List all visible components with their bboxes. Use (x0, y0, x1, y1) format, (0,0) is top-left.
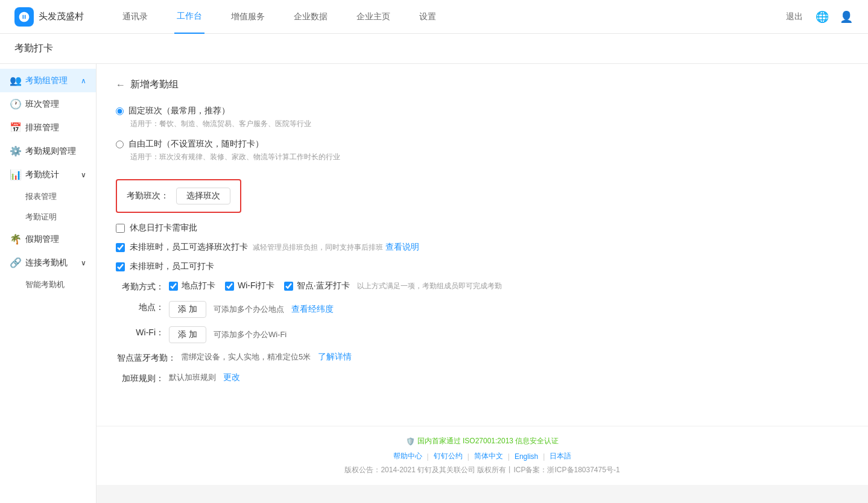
attendance-group-icon: 👥 (10, 75, 21, 86)
nav-value-added[interactable]: 增值服务 (229, 0, 267, 34)
checkbox-holiday-approval: 休息日打卡需审批 (116, 223, 849, 233)
overtime-link[interactable]: 更改 (223, 372, 240, 383)
sidebar-item-stats[interactable]: 📊 考勤统计 ∨ (0, 163, 96, 186)
shift-icon: 🕐 (10, 98, 21, 110)
footer-agreement-link[interactable]: 钉钉公约 (434, 451, 463, 461)
top-navigation: 头发茂盛村 通讯录 工作台 增值服务 企业数据 企业主页 设置 退出 🌐 👤 (0, 0, 868, 34)
attendance-mode-content: 地点打卡 Wi-Fi打卡 智点·蓝牙打卡 以上方式满足一项，考勤组成员即可完成考… (169, 280, 849, 291)
schedule-icon: 📅 (10, 122, 21, 133)
checkbox-no-schedule-link[interactable]: 查看说明 (385, 242, 419, 252)
nav-enterprise-data[interactable]: 企业数据 (291, 0, 330, 34)
sidebar: 👥 考勤组管理 ∧ 🕐 班次管理 📅 排班管理 ⚙️ 考勤规则管理 📊 考勤统计… (0, 64, 97, 503)
mode-row: 地点打卡 Wi-Fi打卡 智点·蓝牙打卡 (169, 280, 350, 291)
location-link[interactable]: 查看经纬度 (291, 304, 334, 315)
security-icon: 🛡️ (406, 437, 415, 446)
sidebar-item-schedule[interactable]: 📅 排班管理 (0, 116, 96, 139)
attendance-mode-row: 考勤方式： 地点打卡 Wi-Fi打卡 智点·蓝牙打卡 (116, 280, 849, 293)
nav-items: 通讯录 工作台 增值服务 企业数据 企业主页 设置 (120, 0, 784, 34)
sidebar-item-attendance-group[interactable]: 👥 考勤组管理 ∧ (0, 69, 96, 92)
back-button[interactable]: ← (116, 80, 125, 90)
radio-fixed-shift-section: 固定班次（最常用，推荐） 适用于：餐饮、制造、物流贸易、客户服务、医院等行业 (116, 106, 849, 129)
add-location-button[interactable]: 添 加 (169, 301, 206, 318)
sidebar-item-label: 假期管理 (25, 234, 59, 245)
mode-bluetooth: 智点·蓝牙打卡 (284, 280, 350, 291)
footer-chinese-link[interactable]: 简体中文 (474, 451, 503, 461)
radio-free-shift: 自由工时（不设置班次，随时打卡） (116, 139, 849, 150)
footer: 🛡️ 国内首家通过 ISO27001:2013 信息安全认证 帮助中心 | 钉钉… (97, 426, 868, 485)
checkbox-holiday-input[interactable] (116, 224, 125, 233)
mode-location-input[interactable] (169, 282, 178, 291)
mode-wifi-input[interactable] (225, 282, 234, 291)
machine-icon: 🔗 (10, 257, 21, 268)
checkbox-no-schedule-sub: 减轻管理员排班负担，同时支持事后排班 (253, 243, 383, 252)
add-wifi-button[interactable]: 添 加 (169, 326, 206, 343)
checkbox-no-schedule-shift-input[interactable] (116, 243, 125, 252)
page-title-bar: ← 新增考勤组 (116, 78, 849, 91)
mode-bluetooth-input[interactable] (284, 282, 293, 291)
sidebar-item-reports[interactable]: 报表管理 (25, 186, 96, 207)
app-logo (14, 7, 34, 27)
overtime-content: 默认加班规则 更改 (169, 372, 849, 383)
radio-free-shift-label: 自由工时（不设置班次，随时打卡） (128, 139, 264, 150)
sidebar-item-vacation[interactable]: 🌴 假期管理 (0, 227, 96, 251)
wifi-desc: 可添加多个办公Wi-Fi (214, 329, 287, 340)
sidebar-item-label: 排班管理 (25, 122, 59, 133)
sidebar-item-proof[interactable]: 考勤证明 (25, 207, 96, 227)
sidebar-item-smart-machine[interactable]: 智能考勤机 (25, 274, 96, 295)
sidebar-item-machine[interactable]: 🔗 连接考勤机 ∨ (0, 251, 96, 274)
sidebar-item-label: 考勤组管理 (25, 75, 68, 86)
checkbox-no-schedule-clock-input[interactable] (116, 262, 125, 271)
location-row: 地点： 添 加 可添加多个办公地点 查看经纬度 (116, 301, 849, 318)
mode-location-label: 地点打卡 (182, 280, 215, 291)
footer-english-link[interactable]: English (515, 452, 538, 461)
sidebar-item-label: 班次管理 (25, 99, 59, 110)
chevron-icon: ∧ (81, 77, 86, 85)
content-area: ← 新增考勤组 固定班次（最常用，推荐） 适用于：餐饮、制造、物流贸易、客户服务… (97, 64, 868, 426)
sidebar-item-label: 考勤统计 (25, 169, 59, 180)
footer-help-link[interactable]: 帮助中心 (393, 451, 422, 461)
bluetooth-label: 智点蓝牙考勤： (116, 352, 176, 364)
footer-security-text: 国内首家通过 ISO27001:2013 信息安全认证 (417, 436, 559, 446)
wifi-row: Wi-Fi： 添 加 可添加多个办公Wi-Fi (116, 326, 849, 343)
nav-workbench[interactable]: 工作台 (174, 0, 204, 34)
footer-japanese-link[interactable]: 日本語 (550, 451, 571, 461)
globe-icon[interactable]: 🌐 (815, 10, 829, 24)
nav-enterprise-home[interactable]: 企业主页 (354, 0, 393, 34)
location-desc: 可添加多个办公地点 (214, 304, 284, 315)
logo-area: 头发茂盛村 (14, 7, 84, 27)
bluetooth-desc: 需绑定设备，实人实地，精准定位5米 (181, 352, 311, 362)
overtime-row: 加班规则： 默认加班规则 更改 (116, 372, 849, 384)
main-layout: 👥 考勤组管理 ∧ 🕐 班次管理 📅 排班管理 ⚙️ 考勤规则管理 📊 考勤统计… (0, 64, 868, 503)
attendance-shift-box: 考勤班次： 选择班次 (116, 179, 241, 213)
mode-wifi: Wi-Fi打卡 (225, 280, 274, 291)
wifi-label: Wi-Fi： (116, 326, 164, 338)
sub-header: 考勤打卡 (0, 34, 868, 64)
nav-logout[interactable]: 退出 (784, 0, 805, 34)
user-avatar-icon[interactable]: 👤 (839, 10, 854, 24)
chevron-down-icon2: ∨ (81, 259, 86, 267)
attendance-shift-label: 考勤班次： (127, 191, 169, 201)
select-shift-button[interactable]: 选择班次 (176, 188, 230, 204)
attendance-mode-label: 考勤方式： (116, 280, 164, 293)
sub-header-title: 考勤打卡 (14, 43, 53, 53)
mode-desc: 以上方式满足一项，考勤组成员即可完成考勤 (357, 281, 502, 291)
mode-wifi-label: Wi-Fi打卡 (238, 280, 274, 291)
page-title: 新增考勤组 (130, 78, 179, 91)
nav-settings[interactable]: 设置 (417, 0, 439, 34)
radio-free-shift-desc: 适用于：班次没有规律、装修、家政、物流等计算工作时长的行业 (130, 152, 849, 162)
bluetooth-link[interactable]: 了解详情 (318, 352, 352, 362)
footer-links: 帮助中心 | 钉钉公约 | 简体中文 | English | 日本語 (106, 451, 858, 461)
checkbox-no-schedule-shift-label: 未排班时，员工可选择班次打卡 减轻管理员排班负担，同时支持事后排班 查看说明 (130, 242, 419, 253)
radio-fixed-shift-desc: 适用于：餐饮、制造、物流贸易、客户服务、医院等行业 (130, 119, 849, 129)
footer-copyright: 版权公告：2014-2021 钉钉及其关联公司 版权所有丨ICP备案：浙ICP备… (106, 465, 858, 475)
sidebar-item-shift[interactable]: 🕐 班次管理 (0, 92, 96, 116)
radio-fixed-shift: 固定班次（最常用，推荐） (116, 106, 849, 116)
sidebar-sub-reports: 报表管理 考勤证明 (0, 186, 96, 227)
sidebar-sub-smart-machine: 智能考勤机 (0, 274, 96, 295)
radio-fixed-shift-input[interactable] (116, 107, 124, 115)
sidebar-item-rules[interactable]: ⚙️ 考勤规则管理 (0, 139, 96, 163)
nav-contacts[interactable]: 通讯录 (120, 0, 150, 34)
radio-free-shift-input[interactable] (116, 141, 124, 148)
checkbox-no-schedule-shift: 未排班时，员工可选择班次打卡 减轻管理员排班负担，同时支持事后排班 查看说明 (116, 242, 849, 253)
stats-icon: 📊 (10, 169, 21, 180)
